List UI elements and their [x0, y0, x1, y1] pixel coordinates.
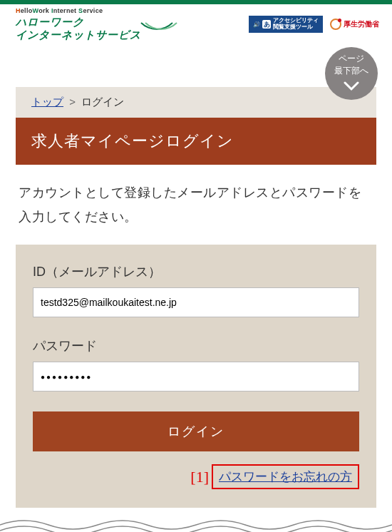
page-cut-wave-icon — [0, 515, 392, 532]
logo-japanese-line2: インターネットサービス — [16, 29, 141, 41]
letter-icon: あ — [262, 20, 271, 29]
speaker-icon: 🔊 — [253, 21, 260, 28]
forgot-password-link[interactable]: パスワードをお忘れの方 — [219, 470, 352, 484]
login-button[interactable]: ログイン — [33, 411, 359, 451]
forgot-row: [1] パスワードをお忘れの方 — [33, 464, 359, 489]
scroll-badge-line2: 最下部へ — [334, 65, 368, 77]
mhlw-badge[interactable]: 厚生労働省 — [330, 19, 379, 30]
breadcrumb-home-link[interactable]: トップ — [31, 96, 63, 108]
logo-japanese-line1: ハローワーク — [16, 16, 141, 29]
accessibility-label-2: 閲覧支援ツール — [273, 24, 319, 31]
annotation-highlight-box: パスワードをお忘れの方 — [212, 464, 359, 489]
password-label: パスワード — [33, 337, 359, 354]
breadcrumb: トップ > ログイン — [16, 87, 376, 118]
site-header: HelloWork Internet Service ハローワーク インターネッ… — [0, 4, 392, 47]
mhlw-ring-icon — [330, 19, 341, 30]
login-form: ID（メールアドレス） パスワード ログイン [1] パスワードをお忘れの方 — [16, 245, 376, 508]
site-logo[interactable]: HelloWork Internet Service ハローワーク インターネッ… — [16, 7, 141, 41]
page-title: 求人者マイページログイン — [16, 118, 376, 165]
chevron-down-icon — [344, 78, 359, 94]
logo-english: HelloWork Internet Service — [16, 7, 141, 14]
annotation-marker: [1] — [190, 468, 209, 486]
id-label: ID（メールアドレス） — [33, 263, 359, 280]
scroll-to-bottom-button[interactable]: ページ 最下部へ — [325, 47, 378, 100]
intro-text: アカウントとして登録したメールアドレスとパスワードを入力してください。 — [0, 165, 392, 245]
breadcrumb-separator: > — [69, 96, 76, 108]
mhlw-label: 厚生労働省 — [344, 19, 379, 29]
scroll-badge-line1: ページ — [339, 53, 364, 65]
breadcrumb-current: ログイン — [81, 96, 124, 108]
header-right: 🔊 あ アクセシビリティ 閲覧支援ツール 厚生労働省 — [249, 16, 379, 33]
password-input[interactable] — [33, 362, 359, 392]
logo-swoosh-icon — [134, 13, 184, 36]
accessibility-tool-badge[interactable]: 🔊 あ アクセシビリティ 閲覧支援ツール — [249, 16, 323, 33]
id-input[interactable] — [33, 287, 359, 317]
